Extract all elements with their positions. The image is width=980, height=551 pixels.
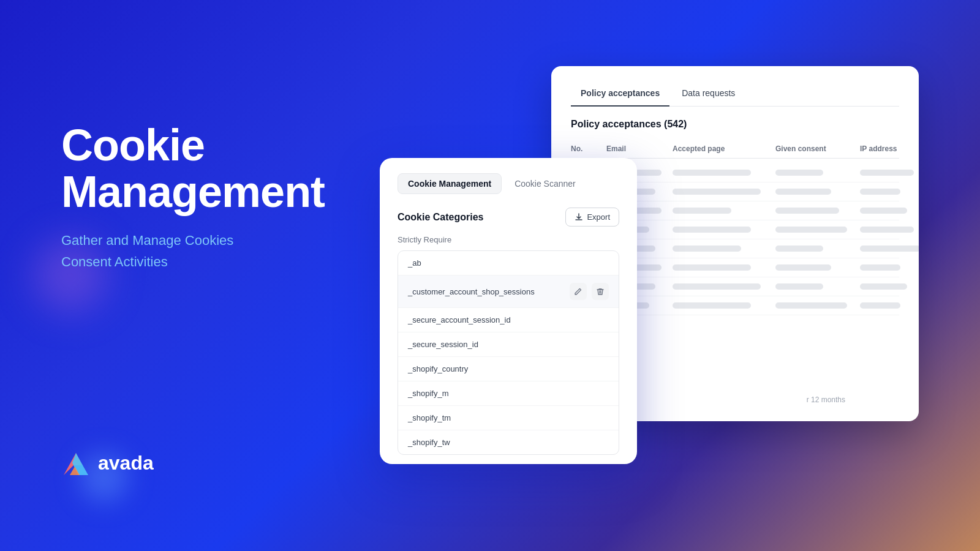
avada-logo-icon xyxy=(61,448,91,478)
tab-cookie-scanner[interactable]: Cookie Scanner xyxy=(504,173,586,194)
skeleton xyxy=(860,302,900,309)
cookie-name: _shopify_m xyxy=(408,389,448,398)
logo-text: avada xyxy=(98,452,154,474)
cookie-item: _ab xyxy=(398,251,619,276)
cookie-item: _secure_session_id xyxy=(398,332,619,357)
skeleton xyxy=(775,283,823,290)
skeleton xyxy=(775,302,847,309)
cookie-name: _ab xyxy=(408,258,421,268)
skeleton xyxy=(673,170,751,176)
col-accepted-page: Accepted page xyxy=(673,144,771,153)
cookie-item: _shopify_m xyxy=(398,381,619,406)
skeleton xyxy=(673,227,751,233)
col-email: Email xyxy=(606,144,668,153)
tab-cookie-management[interactable]: Cookie Management xyxy=(398,173,502,194)
skeleton xyxy=(673,283,761,290)
cookie-categories-title: Cookie Categories xyxy=(398,212,483,223)
col-ip-address: IP address xyxy=(860,144,919,153)
export-icon xyxy=(575,213,583,222)
policy-card-tabs: Policy acceptances Data requests xyxy=(571,83,899,107)
edit-icon[interactable] xyxy=(570,283,587,300)
skeleton xyxy=(775,246,823,252)
skeleton xyxy=(775,170,823,176)
cookie-card-tabs: Cookie Management Cookie Scanner xyxy=(398,173,619,194)
cookie-item-highlighted: _customer_account_shop_sessions xyxy=(398,276,619,308)
skeleton xyxy=(673,246,741,252)
skeleton xyxy=(860,264,900,271)
cookie-name: _shopify_tm xyxy=(408,413,451,422)
policy-heading: Policy acceptances (542) xyxy=(571,119,899,130)
main-title: Cookie Management xyxy=(61,122,325,215)
cookie-item: _shopify_tm xyxy=(398,406,619,430)
skeleton xyxy=(860,208,907,214)
cookie-name: _shopify_country xyxy=(408,364,468,373)
cookie-item: _shopify_tw xyxy=(398,430,619,454)
tab-policy-acceptances[interactable]: Policy acceptances xyxy=(571,83,669,107)
skeleton xyxy=(775,227,847,233)
cookie-management-card: Cookie Management Cookie Scanner Cookie … xyxy=(380,158,637,464)
skeleton xyxy=(775,264,831,271)
cookie-list: _ab _customer_account_shop_sessions _s xyxy=(398,250,619,455)
cookie-name: _customer_account_shop_sessions xyxy=(408,287,535,296)
skeleton xyxy=(860,246,919,252)
skeleton xyxy=(860,170,914,176)
skeleton xyxy=(673,208,731,214)
col-given-consent: Given consent xyxy=(775,144,855,153)
delete-icon[interactable] xyxy=(592,283,609,300)
skeleton xyxy=(673,189,761,195)
cookie-item: _shopify_country xyxy=(398,357,619,381)
skeleton xyxy=(673,264,751,271)
col-no: No. xyxy=(571,144,601,153)
hero-section: Cookie Management Gather and Manage Cook… xyxy=(61,122,325,273)
cookie-name: _shopify_tw xyxy=(408,438,450,447)
export-button[interactable]: Export xyxy=(565,208,619,227)
cookie-name: _secure_session_id xyxy=(408,340,478,349)
skeleton xyxy=(860,227,914,233)
skeleton xyxy=(775,208,839,214)
cookie-item: _secure_account_session_id xyxy=(398,308,619,332)
cookie-item-actions xyxy=(570,283,609,300)
cookie-name: _secure_account_session_id xyxy=(408,315,511,324)
policy-footer-text: r 12 months xyxy=(807,395,845,404)
policy-table-header: No. Email Accepted page Given consent IP… xyxy=(571,140,899,159)
skeleton xyxy=(860,189,900,195)
tab-data-requests[interactable]: Data requests xyxy=(672,83,745,107)
logo-section: avada xyxy=(61,448,154,478)
strictly-require-label: Strictly Require xyxy=(398,235,619,244)
skeleton xyxy=(860,283,907,290)
subtitle: Gather and Manage Cookies Consent Activi… xyxy=(61,230,325,272)
cookie-card-header: Cookie Categories Export xyxy=(398,208,619,227)
skeleton xyxy=(775,189,831,195)
skeleton xyxy=(673,302,751,309)
